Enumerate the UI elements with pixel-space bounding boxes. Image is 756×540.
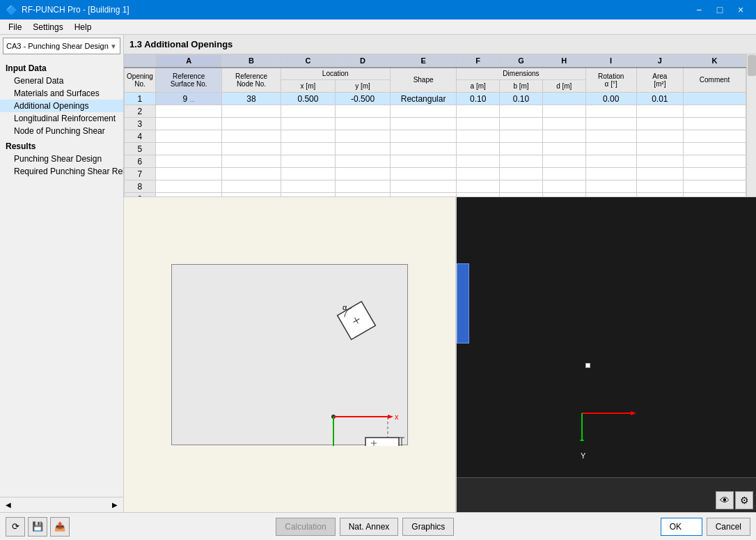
cell-ref-surface[interactable] [155, 130, 221, 143]
cell-a[interactable] [457, 118, 500, 130]
cell-shape[interactable] [390, 105, 456, 118]
cell-x[interactable] [281, 105, 336, 118]
cell-ref-node[interactable] [222, 105, 281, 118]
refresh-button[interactable]: ⟳ [6, 517, 25, 537]
table-row[interactable]: 8 [125, 180, 746, 193]
cell-shape[interactable] [390, 155, 456, 168]
cell-y[interactable] [336, 105, 391, 118]
cell-comment[interactable] [684, 143, 746, 155]
export-button[interactable]: 📤 [50, 517, 70, 537]
cell-a[interactable] [457, 180, 500, 193]
cell-a[interactable] [457, 155, 500, 168]
cell-x[interactable] [281, 130, 336, 143]
cell-a[interactable] [457, 168, 500, 180]
close-button[interactable]: × [731, 0, 750, 20]
cell-rotation[interactable] [585, 180, 636, 193]
cell-a[interactable]: 0.10 [457, 93, 500, 105]
cell-area[interactable] [636, 130, 683, 143]
table-row[interactable]: 2 [125, 105, 746, 118]
cell-area[interactable] [636, 180, 683, 193]
cell-rotation[interactable] [585, 143, 636, 155]
cell-shape[interactable] [390, 118, 456, 130]
calculation-button[interactable]: Calculation [276, 518, 335, 536]
cell-ref-surface[interactable] [155, 193, 221, 197]
maximize-button[interactable]: □ [710, 0, 730, 20]
cell-ref-node[interactable]: 38 [222, 93, 281, 105]
cell-shape[interactable] [390, 180, 456, 193]
table-row[interactable]: 5 [125, 143, 746, 155]
cell-area[interactable] [636, 155, 683, 168]
cell-ref-surface[interactable] [155, 105, 221, 118]
cell-rotation[interactable] [585, 155, 636, 168]
sidebar-item-punching-shear-design[interactable]: Punching Shear Design [0, 153, 123, 165]
cell-x[interactable]: 0.500 [281, 93, 336, 105]
cell-a[interactable] [457, 105, 500, 118]
cell-a[interactable] [457, 193, 500, 197]
sidebar-item-longitudinal-reinforcement[interactable]: Longitudinal Reinforcement [0, 112, 123, 125]
cell-y[interactable] [336, 118, 391, 130]
cell-area[interactable] [636, 118, 683, 130]
cell-a[interactable] [457, 130, 500, 143]
table-row[interactable]: 1 9 ... 38 0.500 -0.500 Rectangular 0.10… [125, 93, 746, 105]
cell-b[interactable] [500, 193, 543, 197]
rotate-button[interactable]: ⚙ [735, 491, 753, 509]
nat-annex-button[interactable]: Nat. Annex [340, 518, 399, 536]
minimize-button[interactable]: − [689, 0, 709, 20]
cell-shape[interactable] [390, 130, 456, 143]
cell-b[interactable]: 0.10 [500, 93, 543, 105]
cell-d[interactable] [542, 193, 585, 197]
cell-y[interactable] [336, 130, 391, 143]
cell-d[interactable] [542, 168, 585, 180]
table-scrollbar-v[interactable] [746, 54, 756, 196]
cell-shape[interactable] [390, 168, 456, 180]
cell-y[interactable] [336, 168, 391, 180]
sidebar-item-node-punching-shear[interactable]: Node of Punching Shear [0, 125, 123, 137]
cell-d[interactable] [542, 105, 585, 118]
menu-settings[interactable]: Settings [27, 20, 68, 35]
cell-d[interactable] [542, 180, 585, 193]
cell-comment[interactable] [684, 130, 746, 143]
cell-b[interactable] [500, 130, 543, 143]
cell-b[interactable] [500, 180, 543, 193]
cell-area[interactable] [636, 143, 683, 155]
cell-x[interactable] [281, 155, 336, 168]
cell-d[interactable] [542, 130, 585, 143]
cell-ref-node[interactable] [222, 118, 281, 130]
cell-comment[interactable] [684, 155, 746, 168]
cell-b[interactable] [500, 143, 543, 155]
cell-comment[interactable] [684, 93, 746, 105]
cell-b[interactable] [500, 155, 543, 168]
cell-d[interactable] [542, 118, 585, 130]
cell-y[interactable] [336, 143, 391, 155]
cell-comment[interactable] [684, 105, 746, 118]
cell-comment[interactable] [684, 168, 746, 180]
ok-button[interactable]: OK [661, 518, 702, 536]
cell-rotation[interactable] [585, 105, 636, 118]
cell-y[interactable]: -0.500 [336, 93, 391, 105]
cell-ref-node[interactable] [222, 168, 281, 180]
sidebar-item-general-data[interactable]: General Data [0, 75, 123, 87]
cancel-button[interactable]: Cancel [707, 518, 750, 536]
cell-ref-node[interactable] [222, 143, 281, 155]
menu-file[interactable]: File [3, 20, 27, 35]
case-selector[interactable]: CA3 - Punching Shear Design ▼ [3, 38, 120, 54]
cell-ref-surface[interactable] [155, 168, 221, 180]
cell-a[interactable] [457, 143, 500, 155]
cell-rotation[interactable] [585, 193, 636, 197]
cell-x[interactable] [281, 143, 336, 155]
table-row[interactable]: 4 [125, 130, 746, 143]
cell-x[interactable] [281, 180, 336, 193]
cell-rotation[interactable]: 0.00 [585, 93, 636, 105]
cell-rotation[interactable] [585, 118, 636, 130]
cell-x[interactable] [281, 193, 336, 197]
cell-comment[interactable] [684, 193, 746, 197]
cell-rotation[interactable] [585, 168, 636, 180]
scroll-right-icon[interactable]: ▶ [109, 500, 120, 509]
cell-ref-node[interactable] [222, 155, 281, 168]
cell-x[interactable] [281, 118, 336, 130]
sidebar-item-required-punching-shear[interactable]: Required Punching Shear Reinf [0, 165, 123, 178]
cell-ref-surface[interactable] [155, 143, 221, 155]
sidebar-item-additional-openings[interactable]: Additional Openings [0, 100, 123, 112]
cell-b[interactable] [500, 118, 543, 130]
scroll-left-icon[interactable]: ◀ [3, 500, 14, 509]
